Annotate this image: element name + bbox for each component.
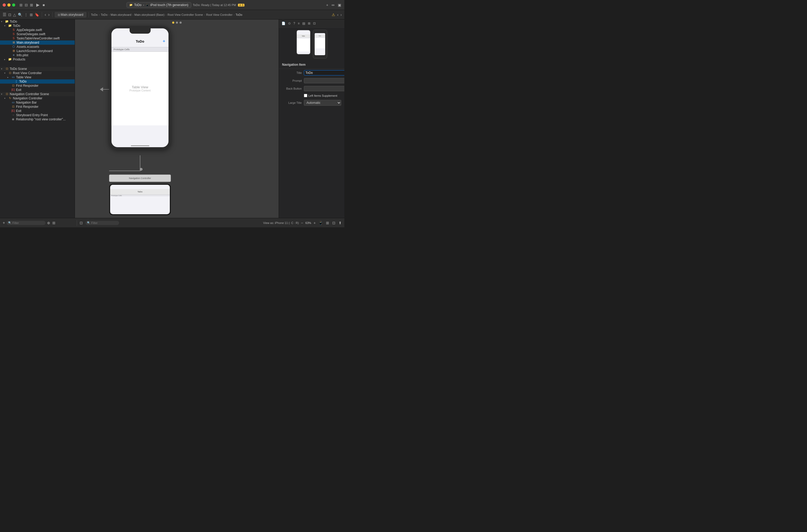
left-filter-input[interactable] xyxy=(12,221,44,225)
export-icon-btn[interactable]: ⬆ xyxy=(338,220,342,226)
inspector-header: Navigation Item xyxy=(279,61,344,69)
bc2[interactable]: ToDo xyxy=(101,13,108,16)
left-items-checkbox[interactable] xyxy=(304,94,307,97)
resize-icon-btn[interactable]: ⊞ xyxy=(325,220,330,226)
fit-icon-btn[interactable]: ⊡ xyxy=(332,220,336,226)
root-label: ToDo xyxy=(10,20,17,23)
prompt-input[interactable] xyxy=(304,78,344,83)
inspector-prompt-row: Prompt xyxy=(279,77,344,84)
scene-table-view[interactable]: ▸ ▭ Table View xyxy=(0,75,75,79)
bookmark-btn[interactable]: 🔖 xyxy=(34,12,40,17)
nav-panel-toggle[interactable]: ☰ xyxy=(2,12,7,18)
add-nav-item-btn[interactable]: + xyxy=(2,220,5,226)
zoom-out-btn[interactable]: − xyxy=(301,221,303,225)
scene-todo-item[interactable]: [ ToDo xyxy=(0,79,75,83)
swift-file-icon: S xyxy=(12,28,16,32)
toolbar-divider2 xyxy=(52,12,53,17)
close-button[interactable] xyxy=(3,3,6,6)
filter-search-icon: 🔍 xyxy=(8,221,11,224)
left-items-checkbox-label[interactable]: Left Items Supplement xyxy=(304,94,337,97)
maximize-button[interactable] xyxy=(12,3,15,6)
nav-scenedelegate[interactable]: S SceneDelegate.swift xyxy=(0,32,75,36)
scene-exit[interactable]: [E] Exit xyxy=(0,88,75,92)
filter2-btn[interactable]: ⋮ xyxy=(24,12,28,17)
back-btn-input[interactable] xyxy=(304,86,344,91)
titlebar: ⊞ ⊟ ⊠ ▶ ■ 📁 ToDo › 📱 iPod touch (7th gen… xyxy=(0,0,344,10)
project-name: ToDo xyxy=(134,3,141,7)
forward-btn[interactable]: › xyxy=(47,12,50,18)
insp-quick-help-btn[interactable]: ⊙ xyxy=(288,21,291,26)
source-ctrl-btn[interactable]: ⊡ xyxy=(7,12,12,17)
insp-identity-btn[interactable]: ≡ xyxy=(297,21,300,26)
issue-btn[interactable]: △ xyxy=(13,12,17,17)
filter-wrapper: 🔍 xyxy=(6,221,45,225)
inspector-btn2[interactable]: ⊠ xyxy=(30,2,34,7)
nav-infoplist[interactable]: ≡ Info.plist xyxy=(0,53,75,57)
canvas-filter-btn[interactable]: ⊡ xyxy=(79,220,83,226)
prototype-cells-label: Prototype Cells xyxy=(114,48,130,51)
scene-first-responder-2[interactable]: ⊡ First Responder xyxy=(0,104,75,109)
run-button[interactable]: ▶ xyxy=(36,2,40,8)
nav-products[interactable]: ▸ 📁 Products xyxy=(0,57,75,61)
add-editor-btn[interactable]: + xyxy=(326,2,329,7)
bc6[interactable]: Root View Controller xyxy=(206,13,233,16)
first-responder-2-label: First Responder xyxy=(16,105,38,109)
back-btn[interactable]: ‹ xyxy=(44,12,46,18)
nav-taskstvc[interactable]: S TasksTableViewController.swift xyxy=(0,36,75,40)
scene-nav-ctrl-scene[interactable]: ▾ ⊡ Navigation Controller Scene xyxy=(0,92,75,96)
large-title-select[interactable]: Automatic Always Never xyxy=(304,100,341,106)
scene-root-vc[interactable]: ▾ ⊡ Root View Controller xyxy=(0,71,75,75)
nav-todo-group[interactable]: ▾ 📁 ToDo xyxy=(0,24,75,28)
split-view-btn[interactable]: ⇔ xyxy=(331,2,335,7)
bc1[interactable]: ToDo xyxy=(91,13,98,16)
zoom-in-btn[interactable]: + xyxy=(313,221,316,225)
todo-item-label: ToDo xyxy=(19,80,26,83)
bc7[interactable]: ToDo xyxy=(235,13,242,16)
preview-phone-2: ToDo xyxy=(313,30,327,59)
title-input[interactable] xyxy=(304,70,344,75)
exit-label: Exit xyxy=(16,88,21,92)
device-icon-btn[interactable]: 📱 xyxy=(318,220,323,226)
find-btn[interactable]: 🔍 xyxy=(17,12,23,17)
nav-left-btn[interactable]: ‹ xyxy=(337,12,339,17)
canvas-filter-input[interactable] xyxy=(91,221,117,225)
bc5[interactable]: Root View Controller Scene xyxy=(168,13,203,16)
nav-icon-btn[interactable]: ⊞ xyxy=(19,2,23,7)
nav-assets[interactable]: ⬡ Assets.xcassets xyxy=(0,45,75,49)
nav-launchscreen[interactable]: ⊞ LaunchScreen.storyboard xyxy=(0,49,75,53)
nav-mainstoryboard[interactable]: ⊞ Main.storyboard xyxy=(0,40,75,45)
mini-nav-label: ToDo xyxy=(137,191,142,193)
nav-appdelegate[interactable]: S AppDelegate.swift xyxy=(0,28,75,32)
more-btn[interactable]: ⊞ xyxy=(29,12,33,17)
insp-file-btn[interactable]: 📄 xyxy=(281,21,286,26)
scene-exit-2[interactable]: [E] Exit xyxy=(0,109,75,113)
table-view-text: Table View xyxy=(132,85,148,89)
insp-attr-btn[interactable]: ▤ xyxy=(302,21,306,26)
insp-help-btn[interactable]: ? xyxy=(293,21,296,26)
bc3[interactable]: Main.storyboard xyxy=(111,13,131,16)
scene-relationship[interactable]: ◉ Relationship "root view controller"... xyxy=(0,117,75,121)
iphone-container: ToDo + Prototype Cells Table View Protot… xyxy=(109,26,171,150)
scene-entry-point[interactable]: → Storyboard Entry Point xyxy=(0,113,75,117)
active-file-tab[interactable]: ⊡ Main.storyboard xyxy=(55,12,87,18)
project-selector[interactable]: 📁 ToDo › 📱 iPod touch (7th generation) xyxy=(127,2,191,8)
storyboard-icon: ⊞ xyxy=(12,41,16,44)
sort-btn[interactable]: ⊞ xyxy=(52,220,56,226)
scene-nav-bar[interactable]: ▭ Navigation Bar xyxy=(0,100,75,104)
insp-connect-btn[interactable]: ⊡ xyxy=(312,21,316,26)
hierarchy-btn[interactable]: ⊟ xyxy=(24,2,28,7)
panels-btn[interactable]: ▣ xyxy=(337,2,342,7)
minimize-button[interactable] xyxy=(7,3,11,6)
nav-right-btn[interactable]: › xyxy=(340,12,342,17)
nav-root[interactable]: ▾ 📁 ToDo xyxy=(0,19,75,24)
bc4[interactable]: Main.storyboard (Base) xyxy=(134,13,164,16)
add-filter-btn[interactable]: ⊕ xyxy=(46,220,51,226)
iphone-screen: ToDo + Prototype Cells Table View Protot… xyxy=(112,28,169,147)
stop-button[interactable]: ■ xyxy=(42,2,45,7)
scene-nav-ctrl[interactable]: ▾ ↻ Navigation Controller xyxy=(0,96,75,100)
scene-todo-scene[interactable]: ▾ ⊡ ToDo Scene xyxy=(0,67,75,71)
scene-first-responder[interactable]: ⊡ First Responder xyxy=(0,83,75,88)
warning-nav-btn[interactable]: ⚠ xyxy=(331,12,336,17)
canvas-area: ToDo + Prototype Cells Table View Protot… xyxy=(75,19,278,218)
insp-size-btn[interactable]: ⊞ xyxy=(307,21,311,26)
